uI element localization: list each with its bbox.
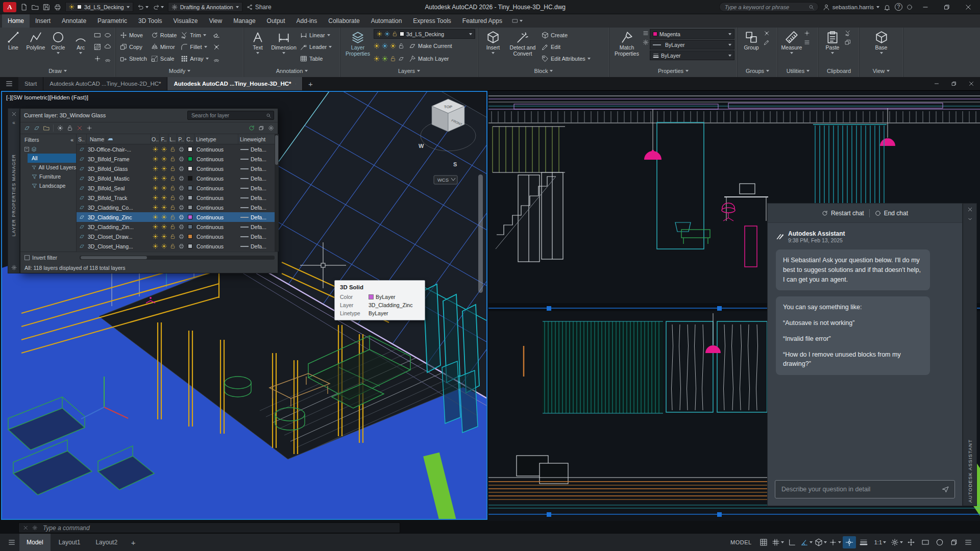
layer-row[interactable]: 3D-Office-Chair-... Continuous Defa... (77, 144, 275, 154)
assistant-input-box[interactable] (775, 480, 955, 498)
help-search-box[interactable] (719, 2, 819, 12)
new-layout-button[interactable]: + (126, 538, 141, 547)
panel-title-modify[interactable]: Modify (116, 65, 243, 77)
delete-layer-icon[interactable] (77, 125, 83, 131)
undo-icon[interactable] (137, 4, 149, 11)
clean-screen[interactable] (947, 536, 961, 548)
layer-row[interactable]: 3D_Bifold_Mastic Continuous Defa... (77, 173, 275, 183)
layer-properties-button[interactable]: Layer Properties (343, 29, 373, 57)
ribbon-tab-automation[interactable]: Automation (365, 14, 408, 28)
linetype-dropdown[interactable]: ByLayer (650, 40, 734, 49)
layer-on-icon[interactable] (153, 146, 158, 152)
wcs-menu[interactable]: WCS (434, 176, 457, 184)
detect-convert-button[interactable]: Detect and Convert (506, 29, 539, 57)
viewcube-west-label[interactable]: W (419, 143, 424, 149)
new-layer-icon[interactable] (24, 125, 30, 131)
file-tabs-menu-icon[interactable] (0, 77, 18, 90)
layout-menu-icon[interactable] (5, 536, 18, 548)
open-file-icon[interactable] (32, 4, 39, 11)
filter-landscape[interactable]: Landscape (20, 181, 76, 190)
model-tab[interactable]: Model (19, 534, 51, 551)
panel-title-block[interactable]: Block (478, 65, 609, 77)
edit-block-button[interactable]: Edit (540, 41, 597, 53)
layer-row-selected[interactable]: 3D_Cladding_Zinc Continuous Defa... (77, 212, 275, 222)
doc-restore-button[interactable] (945, 77, 963, 90)
layer-freeze-icon[interactable] (161, 146, 167, 152)
rectangle-button[interactable] (94, 32, 101, 39)
offset-button[interactable] (211, 53, 222, 64)
move-button[interactable]: Move (118, 29, 149, 41)
copy-clip-icon[interactable] (845, 39, 851, 45)
filter-all[interactable]: All (28, 154, 76, 163)
doc-minimize-button[interactable] (928, 77, 945, 90)
scale-button[interactable]: Scale (150, 53, 178, 64)
layer-dropdown[interactable]: 3d_LS_Decking (374, 29, 475, 39)
suggestion-unused-blocks[interactable]: “How do I remove unused blocks from my d… (783, 350, 923, 369)
set-current-icon[interactable] (86, 125, 92, 131)
palette-properties-icon[interactable] (11, 265, 17, 270)
fillet-button[interactable]: Fillet (179, 41, 210, 53)
save-icon[interactable] (43, 4, 50, 11)
polyline-button[interactable]: Polyline (25, 29, 46, 51)
layer-row[interactable]: 3D_Closet_Hang... Continuous Defa... (77, 241, 275, 251)
layer-grid-header[interactable]: S.. Name O.. F.. L.. P.. C.. Linetype Li… (77, 134, 275, 144)
layer-row[interactable]: 3D_Bifold_Frame Continuous Defa... (77, 154, 275, 164)
text-button[interactable]: Text (247, 29, 269, 54)
properties-settings-icon[interactable] (643, 39, 649, 45)
new-layer-vp-icon[interactable] (34, 125, 40, 131)
freeze-layer-icon[interactable] (57, 125, 63, 131)
snap-toggle[interactable] (771, 536, 785, 548)
ribbon-tab-featured-apps[interactable]: Featured Apps (457, 14, 508, 28)
feedback-icon[interactable] (906, 4, 913, 10)
ellipse-button[interactable] (104, 32, 111, 39)
layer-row[interactable]: 3D_Bifold_Track Continuous Defa... (77, 193, 275, 203)
layer-plot-icon[interactable] (179, 146, 184, 152)
restore-button[interactable] (938, 0, 955, 14)
pause-refresh-icon[interactable] (258, 125, 264, 131)
id-point-icon[interactable] (804, 30, 810, 36)
workspace-switching[interactable] (890, 536, 903, 548)
panel-title-utilities[interactable]: Utilities (778, 65, 818, 77)
polar-tracking-toggle[interactable] (800, 536, 813, 548)
linear-dimension-button[interactable]: Linear (299, 29, 333, 41)
line-button[interactable]: Line (3, 29, 24, 51)
end-chat-button[interactable]: End chat (875, 210, 908, 217)
hatch-button[interactable] (94, 43, 101, 51)
create-block-button[interactable]: Create (540, 29, 597, 41)
send-icon[interactable] (942, 485, 949, 493)
close-command-icon[interactable] (23, 525, 28, 531)
annotation-monitor[interactable] (904, 536, 918, 548)
file-tab-start[interactable]: Start (18, 77, 43, 90)
refresh-icon[interactable] (249, 125, 255, 131)
ungroup-icon[interactable] (764, 30, 770, 36)
arc-button[interactable]: Arc (70, 29, 91, 54)
ribbon-tab-manage[interactable]: Manage (228, 14, 261, 28)
ribbon-tab-home[interactable]: Home (2, 14, 30, 28)
viewport-controls[interactable]: [-][SW Isometric][Hidden (Fast)] (6, 94, 88, 101)
insert-block-button[interactable]: Insert (481, 29, 505, 54)
dimension-button[interactable]: Dimension (270, 29, 298, 54)
quick-properties[interactable] (919, 536, 932, 548)
match-properties-button[interactable]: Match Properties (612, 29, 642, 57)
help-search-input[interactable] (724, 4, 808, 11)
panel-title-layers[interactable]: Layers (340, 65, 478, 77)
mirror-button[interactable]: Mirror (150, 41, 178, 53)
viewcube-south-label[interactable]: S (453, 161, 457, 167)
filter-all-used[interactable]: All Used Layers (20, 163, 76, 172)
assistant-question-input[interactable] (780, 485, 938, 493)
customization-menu[interactable] (962, 536, 975, 548)
properties-list-icon[interactable] (643, 30, 649, 36)
close-tab-icon[interactable] (296, 81, 297, 87)
viewport-scrollbar[interactable] (478, 174, 483, 293)
doc-close-button[interactable] (963, 77, 980, 90)
autohide-icon[interactable]: « (12, 120, 15, 126)
color-dropdown[interactable]: Magenta (650, 29, 734, 39)
isometric-drafting-toggle[interactable] (814, 536, 827, 548)
close-assistant-icon[interactable] (967, 207, 973, 212)
copy-button[interactable]: Copy (118, 41, 149, 53)
layer-states-icon[interactable] (43, 125, 50, 131)
ribbon-tab-parametric[interactable]: Parametric (92, 14, 133, 28)
circle-button[interactable]: Circle (47, 29, 69, 54)
ribbon-tab-visualize[interactable]: Visualize (168, 14, 204, 28)
ribbon-tab-3d-tools[interactable]: 3D Tools (133, 14, 167, 28)
